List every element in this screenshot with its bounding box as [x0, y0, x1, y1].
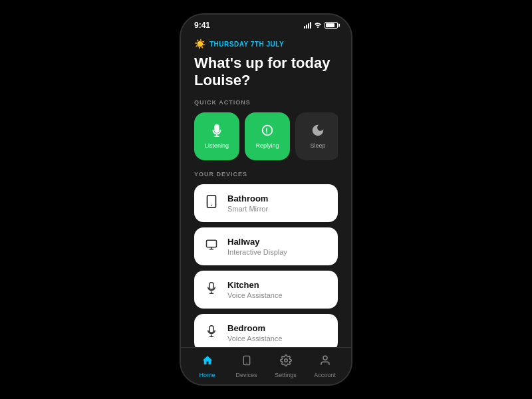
- nav-account[interactable]: Account: [305, 354, 344, 378]
- nav-settings[interactable]: Settings: [266, 354, 305, 378]
- listening-label: Listening: [205, 142, 229, 149]
- signal-icon: [304, 22, 311, 29]
- main-content: ☀️ THURSDAY 7TH JULY What's up for today…: [181, 33, 351, 347]
- date-text: THURSDAY 7TH JULY: [209, 41, 284, 48]
- svg-rect-9: [243, 356, 249, 364]
- tablet-icon: [203, 194, 219, 212]
- devices-label: YOUR DEVICES: [194, 171, 338, 178]
- phone-frame: 9:41 ☀️ THURSDAY 7TH JULY: [180, 13, 352, 386]
- status-icons: [304, 21, 338, 29]
- device-info-bathroom: Bathroom Smart Mirror: [227, 194, 268, 213]
- devices-section: YOUR DEVICES Bathroom Smart Mirror: [194, 171, 338, 347]
- devices-nav-icon: [241, 354, 252, 370]
- device-card-bedroom[interactable]: Bedroom Voice Assistance: [194, 314, 338, 347]
- listening-icon: [209, 123, 224, 140]
- monitor-icon: [203, 239, 219, 254]
- home-icon: [201, 354, 213, 370]
- status-time: 9:41: [194, 21, 210, 30]
- device-card-hallway[interactable]: Hallway Interactive Display: [194, 227, 338, 265]
- device-info-kitchen: Kitchen Voice Assistance: [227, 280, 283, 299]
- nav-settings-label: Settings: [275, 372, 297, 378]
- svg-point-12: [323, 356, 327, 360]
- sleep-icon: [311, 123, 325, 140]
- svg-rect-2: [207, 240, 217, 247]
- nav-devices[interactable]: Devices: [227, 354, 266, 378]
- action-listening[interactable]: Listening: [194, 112, 239, 160]
- battery-icon: [325, 22, 338, 29]
- nav-home[interactable]: Home: [188, 354, 227, 378]
- device-info-hallway: Hallway Interactive Display: [227, 237, 287, 256]
- replying-label: Replying: [255, 142, 279, 149]
- quick-actions-label: QUICK ACTIONS: [194, 99, 338, 106]
- device-name-bedroom: Bedroom: [227, 323, 283, 333]
- quick-actions-row: Listening Replying Sleep: [194, 112, 338, 160]
- device-type-bathroom: Smart Mirror: [227, 205, 268, 213]
- action-replying[interactable]: Replying: [245, 112, 290, 160]
- device-type-bedroom: Voice Assistance: [227, 334, 283, 342]
- action-sleep[interactable]: Sleep: [295, 112, 338, 160]
- device-type-hallway: Interactive Display: [227, 248, 287, 256]
- svg-point-11: [284, 358, 287, 362]
- settings-icon: [280, 354, 292, 370]
- mic-icon-bedroom: [203, 324, 219, 342]
- nav-account-label: Account: [314, 372, 336, 378]
- device-card-kitchen[interactable]: Kitchen Voice Assistance: [194, 271, 338, 309]
- mic-icon-kitchen: [203, 281, 219, 299]
- nav-home-label: Home: [199, 372, 215, 378]
- device-name-hallway: Hallway: [227, 237, 287, 247]
- device-name-bathroom: Bathroom: [227, 194, 268, 203]
- account-icon: [319, 354, 331, 370]
- sun-icon: ☀️: [194, 39, 205, 49]
- device-type-kitchen: Voice Assistance: [227, 291, 283, 299]
- status-bar: 9:41: [181, 15, 351, 33]
- wifi-icon: [314, 21, 322, 29]
- device-info-bedroom: Bedroom Voice Assistance: [227, 323, 283, 342]
- device-name-kitchen: Kitchen: [227, 280, 283, 290]
- sleep-label: Sleep: [310, 142, 325, 149]
- device-card-bathroom[interactable]: Bathroom Smart Mirror: [194, 184, 338, 222]
- greeting-text: What's up for today Louise?: [194, 55, 338, 90]
- replying-icon: [260, 123, 275, 140]
- date-row: ☀️ THURSDAY 7TH JULY: [194, 39, 338, 49]
- nav-devices-label: Devices: [235, 372, 257, 378]
- bottom-nav: Home Devices Settings: [181, 347, 351, 384]
